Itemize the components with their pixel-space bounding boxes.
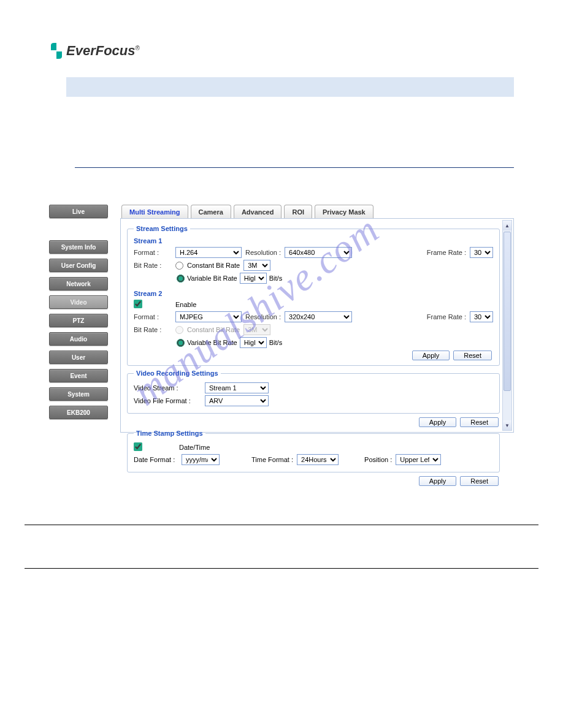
s1-resolution-label: Resolution : — [245, 249, 281, 256]
sidebar-item-event[interactable]: Event — [49, 369, 108, 382]
sidebar-item-system[interactable]: System — [49, 387, 108, 401]
tab-camera[interactable]: Camera — [191, 205, 231, 218]
scroll-down-icon[interactable]: ▼ — [503, 420, 511, 430]
s1-vbr-select[interactable]: High — [240, 273, 267, 284]
scrollbar[interactable]: ▲ ▼ — [502, 220, 512, 431]
tab-advanced[interactable]: Advanced — [234, 205, 282, 218]
tab-roi[interactable]: ROI — [284, 205, 312, 218]
s2-enable-checkbox[interactable] — [134, 300, 142, 308]
footer-rule-1 — [25, 525, 538, 525]
ts-time-format-label: Time Format : — [251, 456, 293, 463]
svg-rect-1 — [51, 51, 56, 59]
s2-framerate-select[interactable]: 30 — [470, 311, 493, 322]
s2-framerate-label: Frame Rate : — [427, 313, 466, 320]
video-recording-fieldset: Video Recording Settings Video Stream : … — [127, 370, 500, 414]
timestamp-fieldset: Time Stamp Settings Date/Time Date Forma… — [127, 430, 500, 472]
s2-format-select[interactable]: MJPEG — [175, 311, 242, 322]
ts-date-format-label: Date Format : — [134, 456, 178, 463]
s2-vbr-select[interactable]: High — [240, 337, 267, 348]
tab-multi-streaming[interactable]: Multi Streaming — [121, 205, 188, 218]
vr-format-label: Video File Format : — [134, 397, 201, 404]
s1-resolution-select[interactable]: 640x480 — [285, 247, 352, 258]
s2-resolution-select[interactable]: 320x240 — [285, 311, 352, 322]
s1-vbr-suffix: Bit/s — [269, 275, 282, 282]
s1-format-label: Format : — [134, 249, 172, 256]
ts-time-format-select[interactable]: 24Hours — [297, 454, 339, 465]
ts-apply-button[interactable]: Apply — [419, 476, 457, 486]
vr-apply-button[interactable]: Apply — [419, 417, 457, 427]
stream-settings-legend: Stream Settings — [134, 225, 190, 232]
sidebar-item-ptz[interactable]: PTZ — [49, 314, 108, 327]
vr-stream-select[interactable]: Stream 1 — [205, 382, 269, 393]
vr-reset-button[interactable]: Reset — [460, 417, 499, 427]
scroll-up-icon[interactable]: ▲ — [503, 221, 511, 230]
sidebar-item-video[interactable]: Video — [49, 295, 108, 309]
stream-settings-fieldset: Stream Settings Stream 1 Format : H.264 … — [127, 225, 500, 366]
header-bar — [66, 77, 514, 97]
main-panel: Multi StreamingCameraAdvancedROIPrivacy … — [120, 205, 514, 433]
logo-icon — [49, 43, 64, 59]
ts-position-label: Position : — [364, 456, 392, 463]
s1-framerate-select[interactable]: 30 — [470, 247, 493, 258]
stream-apply-button[interactable]: Apply — [412, 351, 450, 360]
s1-framerate-label: Frame Rate : — [427, 249, 466, 256]
s1-vbr-label: Variable Bit Rate — [187, 275, 237, 282]
s2-cbr-label: Constant Bit Rate — [187, 326, 240, 333]
s2-cbr-select: 3M — [243, 324, 270, 335]
logo: EverFocus® — [49, 43, 514, 59]
s1-bitrate-label: Bit Rate : — [134, 262, 172, 269]
s1-cbr-label: Constant Bit Rate — [187, 262, 240, 269]
sidebar-item-user[interactable]: User — [49, 351, 108, 364]
s2-vbr-radio[interactable] — [177, 339, 185, 347]
s2-vbr-label: Variable Bit Rate — [187, 339, 237, 346]
s2-resolution-label: Resolution : — [245, 313, 281, 320]
sidebar-item-user-config[interactable]: User Config — [49, 259, 108, 272]
vr-stream-label: Video Stream : — [134, 384, 201, 392]
ts-date-format-select[interactable]: yyyy/m/d — [182, 454, 220, 465]
s2-format-label: Format : — [134, 313, 172, 320]
settings-panel: ▲ ▼ Stream Settings Stream 1 Format : H.… — [120, 218, 514, 433]
tabs: Multi StreamingCameraAdvancedROIPrivacy … — [121, 205, 514, 218]
s1-format-select[interactable]: H.264 — [175, 247, 242, 258]
ts-enable-label: Date/Time — [179, 444, 210, 451]
s1-cbr-radio[interactable] — [175, 262, 183, 270]
sidebar-item-system-info[interactable]: System Info — [49, 240, 108, 254]
logo-text: EverFocus® — [66, 43, 140, 59]
sidebar-item-network[interactable]: Network — [49, 277, 108, 290]
s1-vbr-radio[interactable] — [177, 275, 185, 282]
sidebar-item-audio[interactable]: Audio — [49, 332, 108, 346]
section-rule — [75, 167, 514, 168]
footer-rule-2 — [25, 568, 538, 569]
s2-enable-label: Enable — [175, 301, 196, 308]
video-recording-legend: Video Recording Settings — [134, 370, 221, 377]
scroll-thumb[interactable] — [504, 232, 511, 391]
s2-cbr-radio — [175, 326, 183, 334]
tab-privacy-mask[interactable]: Privacy Mask — [315, 205, 373, 218]
ts-position-select[interactable]: Upper Left — [396, 454, 441, 465]
ts-enable-checkbox[interactable] — [134, 442, 142, 451]
stream1-heading: Stream 1 — [134, 237, 493, 245]
s2-bitrate-label: Bit Rate : — [134, 326, 172, 333]
sidebar-item-ekb200[interactable]: EKB200 — [49, 406, 108, 419]
vr-format-select[interactable]: ARV — [205, 395, 269, 406]
ts-reset-button[interactable]: Reset — [460, 476, 499, 486]
s2-vbr-suffix: Bit/s — [269, 339, 282, 346]
stream-reset-button[interactable]: Reset — [453, 351, 492, 360]
sidebar-item-live[interactable]: Live — [49, 205, 108, 218]
s1-cbr-select[interactable]: 3M — [243, 260, 270, 271]
stream2-heading: Stream 2 — [134, 290, 493, 297]
sidebar: LiveSystem InfoUser ConfigNetworkVideoPT… — [49, 205, 108, 433]
timestamp-legend: Time Stamp Settings — [134, 430, 205, 437]
